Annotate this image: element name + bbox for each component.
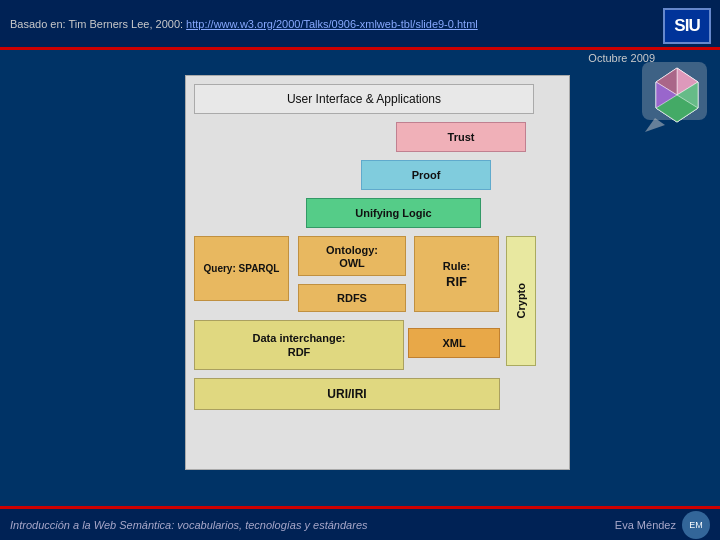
- footer-author: Eva Méndez: [615, 519, 676, 531]
- siu-logo: SIU: [662, 6, 712, 46]
- rdfs-layer: RDFS: [298, 284, 406, 312]
- gem-icon: [640, 60, 715, 135]
- svg-marker-7: [645, 118, 665, 132]
- date-label: Octubre 2009: [588, 52, 655, 64]
- ontology-layer: Ontology: OWL: [298, 236, 406, 276]
- query-layer: Query: SPARQL: [194, 236, 289, 301]
- footer-avatar: EM: [682, 511, 710, 539]
- xml-layer: XML: [408, 328, 500, 358]
- basado-en-label: Basado en: Tim Berners Lee, 2000:: [10, 18, 186, 30]
- diagram-inner: User Interface & Applications Trust Proo…: [186, 76, 569, 469]
- top-bar-text: Basado en: Tim Berners Lee, 2000: http:/…: [10, 18, 478, 30]
- crypto-layer: Crypto: [506, 236, 536, 366]
- trust-layer: Trust: [396, 122, 526, 152]
- footer-text: Introducción a la Web Semántica: vocabul…: [10, 519, 368, 531]
- data-layer: Data interchange: RDF: [194, 320, 404, 370]
- bottom-bar: Introducción a la Web Semántica: vocabul…: [0, 506, 720, 540]
- diagram-container: User Interface & Applications Trust Proo…: [185, 75, 570, 470]
- proof-layer: Proof: [361, 160, 491, 190]
- reference-link[interactable]: http://www.w3.org/2000/Talks/0906-xmlweb…: [186, 18, 478, 30]
- unifying-logic-layer: Unifying Logic: [306, 198, 481, 228]
- uri-layer: URI/IRI: [194, 378, 500, 410]
- siu-logo-text: SIU: [663, 8, 711, 44]
- top-bar: Basado en: Tim Berners Lee, 2000: http:/…: [0, 0, 720, 50]
- ui-layer: User Interface & Applications: [194, 84, 534, 114]
- rule-layer: Rule: RIF: [414, 236, 499, 312]
